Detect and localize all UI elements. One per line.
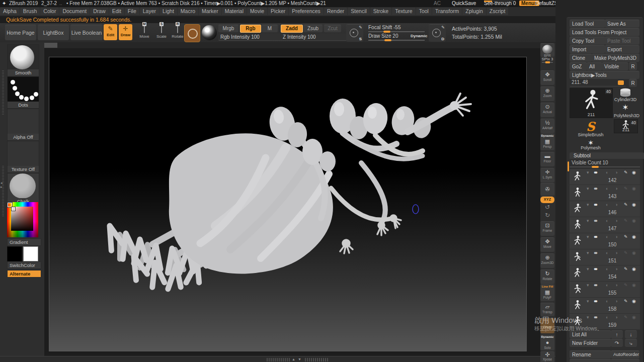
paint-icon[interactable]: ✎ xyxy=(624,170,628,175)
material-icon[interactable]: ◑ xyxy=(615,170,617,175)
paint-icon[interactable]: ✎ xyxy=(624,234,628,239)
stroke-thumbnail[interactable] xyxy=(7,76,39,103)
uv-icon[interactable]: ◐ xyxy=(606,266,608,272)
draw-button[interactable]: ✛ Draw xyxy=(119,24,132,40)
paint-icon[interactable]: ✎ xyxy=(624,283,628,288)
subtool-row[interactable]: ▾ ●● ◐ ◑ ✎ ◉ 158 xyxy=(570,298,640,314)
visibility-eye-icon[interactable]: ◉ xyxy=(632,266,636,272)
tool-scale-thumb[interactable] xyxy=(618,80,624,85)
lightbox-tools-button[interactable]: Lightbox▶Tools xyxy=(570,71,639,79)
small-tool-thumbnail[interactable]: 40 211 xyxy=(614,119,638,133)
menu-render[interactable]: Render xyxy=(324,8,347,15)
goz-all-button[interactable]: All xyxy=(587,62,602,70)
spin-ccw-button[interactable]: ↺ xyxy=(540,204,554,211)
uv-icon[interactable]: ◐ xyxy=(606,250,608,255)
menu-texture[interactable]: Texture xyxy=(392,8,415,15)
copy-tool-button[interactable]: Copy Tool xyxy=(570,37,605,45)
uv-icon[interactable]: ◐ xyxy=(606,299,608,304)
menu-picker[interactable]: Picker xyxy=(268,8,288,15)
tray-expand-right-icon[interactable]: ▸ xyxy=(1,185,3,189)
persp-button[interactable]: Dynamic ▦ Persp xyxy=(540,134,554,150)
subtool-row[interactable]: ▾ ●● ◐ ◑ ✎ ◉ 159 xyxy=(570,314,640,330)
subtool-folder-icon[interactable]: ▾ xyxy=(587,315,589,320)
tray-grip[interactable] xyxy=(2,166,4,216)
draw-size-thumb[interactable] xyxy=(384,39,391,41)
autoreorder-button[interactable]: AutoReorder xyxy=(611,350,639,358)
subtool-folder-icon[interactable]: ▾ xyxy=(587,170,589,175)
draw-size-slider-label[interactable]: Draw Size 20 xyxy=(368,33,398,39)
scale-r-button[interactable]: R xyxy=(629,79,637,87)
local-symmetry-button[interactable]: ✛ L.Sym xyxy=(540,168,554,183)
paint-icon[interactable]: ✎ xyxy=(624,218,628,223)
alternate-button[interactable]: Alternate xyxy=(7,270,41,278)
visibility-eye-icon[interactable]: ◉ xyxy=(632,186,636,191)
zadd-toggle[interactable]: Zadd xyxy=(281,25,303,33)
uv-icon[interactable]: ◐ xyxy=(606,315,608,320)
subtool-scrollbar-thumb[interactable] xyxy=(568,161,569,171)
material-icon[interactable]: ◑ xyxy=(615,266,617,272)
menu-layer[interactable]: Layer xyxy=(140,8,159,15)
polypaint-icon[interactable]: ●● xyxy=(594,202,596,207)
simplebrush-thumbnail[interactable]: S xyxy=(570,119,612,133)
saturation-square[interactable] xyxy=(11,207,33,231)
xpose-button[interactable]: ✣ Xpose xyxy=(540,351,554,362)
visibility-eye-icon[interactable]: ◉ xyxy=(632,315,636,320)
tray-toggle-up-icon[interactable]: ▲ xyxy=(292,357,296,361)
visibility-eye-icon[interactable]: ◉ xyxy=(632,283,636,288)
material-icon[interactable]: ◑ xyxy=(615,234,617,239)
material-thumbnail[interactable] xyxy=(7,173,39,199)
visibility-eye-icon[interactable]: ◉ xyxy=(632,170,636,175)
texture-thumbnail[interactable] xyxy=(7,141,39,167)
material-icon[interactable]: ◑ xyxy=(615,218,617,223)
home-page-button[interactable]: Home Page xyxy=(5,25,36,40)
subtool-folder-icon[interactable]: ▾ xyxy=(587,250,589,255)
material-icon[interactable]: ◑ xyxy=(615,299,617,304)
save-as-button[interactable]: Save As xyxy=(605,20,639,28)
zoom3d-button[interactable]: ⊕ Zoom3D xyxy=(540,253,554,268)
uv-icon[interactable]: ◐ xyxy=(606,283,608,288)
menu-brush[interactable]: Brush xyxy=(20,8,40,15)
material-icon[interactable]: ◑ xyxy=(615,250,617,255)
lock-camera-button[interactable]: ✇ xyxy=(540,183,554,196)
menu-movie[interactable]: Movie xyxy=(247,8,267,15)
menu-preferences[interactable]: Preferences xyxy=(289,8,324,15)
move-button[interactable]: M Move xyxy=(137,24,152,40)
subtool-folder-icon[interactable]: ▾ xyxy=(587,299,589,304)
load-tool-button[interactable]: Load Tool xyxy=(570,20,605,28)
ghost-button[interactable]: ◌ Ghost xyxy=(540,318,554,333)
menu-document[interactable]: Document xyxy=(59,8,90,15)
focal-shift-track[interactable] xyxy=(368,31,425,32)
goz-r-button[interactable]: R xyxy=(629,62,637,70)
paint-icon[interactable]: ✎ xyxy=(624,186,628,191)
load-tools-from-project-button[interactable]: Load Tools From Project xyxy=(570,28,639,36)
current-material-button[interactable] xyxy=(202,25,217,40)
zoom-button[interactable]: ⊕ Zoom xyxy=(540,86,554,101)
brush-thumbnail[interactable] xyxy=(7,44,39,70)
subtool-folder-icon[interactable]: ▾ xyxy=(587,202,589,207)
switch-color-button[interactable]: SwitchColor xyxy=(7,261,41,269)
visibility-eye-icon[interactable]: ◉ xyxy=(632,299,636,304)
paint-icon[interactable]: ✎ xyxy=(624,266,628,272)
uv-icon[interactable]: ◐ xyxy=(606,218,608,223)
visibility-eye-icon[interactable]: ◉ xyxy=(632,218,636,223)
polypaint-icon[interactable]: ●● xyxy=(594,283,596,288)
quicksave-button[interactable]: QuickSave xyxy=(452,1,476,6)
uv-icon[interactable]: ◐ xyxy=(606,234,608,239)
cut-button[interactable] xyxy=(611,359,639,362)
menu-stencil[interactable]: Stencil xyxy=(348,8,370,15)
live-boolean-button[interactable]: Live Boolean xyxy=(70,25,103,40)
lightbox-button[interactable]: LightBox xyxy=(38,25,69,40)
menu-draw[interactable]: Draw xyxy=(90,8,109,15)
uv-icon[interactable]: ◐ xyxy=(606,202,608,207)
subtool-folder-icon[interactable]: ▾ xyxy=(587,266,589,272)
polypaint-icon[interactable]: ●● xyxy=(594,315,596,320)
menu-material[interactable]: Material xyxy=(222,8,247,15)
new-folder-button[interactable]: New Folder xyxy=(570,339,611,347)
subtool-folder-icon[interactable]: ▾ xyxy=(587,186,589,191)
see-through-thumb[interactable] xyxy=(484,1,492,2)
bottom-grip-right[interactable] xyxy=(305,358,328,361)
goz-visible-button[interactable]: Visible xyxy=(602,62,628,70)
stroke-picker-button[interactable]: ✎ S xyxy=(346,24,363,42)
sv-selector[interactable] xyxy=(12,207,15,211)
subtool-folder-icon[interactable]: ▾ xyxy=(587,218,589,223)
